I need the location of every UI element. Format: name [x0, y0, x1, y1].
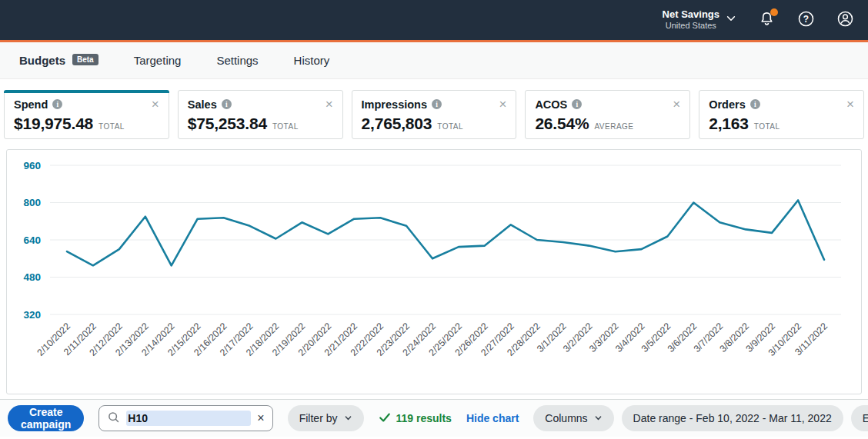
chevron-down-icon	[726, 13, 736, 27]
tab-label: Budgets	[19, 54, 65, 67]
tab-label: Settings	[216, 54, 258, 67]
close-icon[interactable]: ×	[326, 98, 333, 111]
tab-budgets[interactable]: Budgets Beta	[19, 54, 98, 67]
help-button[interactable]: ?	[797, 10, 815, 30]
clear-search-icon[interactable]: ×	[257, 412, 264, 424]
metric-card-sales[interactable]: Sales i × $75,253.84 TOTAL	[178, 90, 343, 139]
metric-qualifier: AVERAGE	[594, 122, 633, 131]
account-info: Net Savings United States	[663, 8, 719, 32]
toolbar-right-group: Columns Date range - Feb 10, 2022 - Mar …	[533, 405, 868, 431]
close-icon[interactable]: ×	[673, 98, 680, 111]
columns-button[interactable]: Columns	[533, 405, 613, 431]
tab-history[interactable]: History	[294, 54, 330, 67]
hide-chart-link[interactable]: Hide chart	[466, 412, 519, 424]
filter-by-button[interactable]: Filter by	[288, 405, 364, 431]
account-switcher[interactable]: Net Savings United States	[663, 8, 736, 32]
metric-qualifier: TOTAL	[437, 122, 463, 131]
export-button[interactable]: Export	[851, 405, 868, 431]
search-input[interactable]: H10 ×	[98, 405, 272, 431]
account-region: United States	[663, 21, 719, 32]
chevron-down-icon	[344, 412, 352, 424]
search-icon	[107, 411, 120, 427]
metric-value: 26.54%	[535, 115, 589, 133]
info-icon[interactable]: i	[222, 99, 232, 109]
search-value: H10	[126, 411, 251, 426]
results-count: 119 results	[379, 411, 452, 426]
metric-qualifier: TOTAL	[754, 122, 780, 131]
svg-text:960: 960	[23, 160, 41, 171]
results-text: 119 results	[396, 412, 452, 424]
chevron-down-icon	[594, 412, 603, 424]
tab-label: History	[294, 54, 330, 67]
filter-by-label: Filter by	[299, 412, 338, 424]
top-navbar: Net Savings United States ?	[0, 0, 868, 40]
close-icon[interactable]: ×	[152, 98, 159, 111]
svg-text:800: 800	[23, 197, 41, 208]
close-icon[interactable]: ×	[499, 98, 506, 111]
metric-label: ACOS	[535, 98, 567, 111]
notifications-button[interactable]	[758, 10, 776, 30]
account-menu-button[interactable]	[836, 10, 854, 30]
spend-trend-chart: 3204806408009602/10/20222/11/20222/12/20…	[7, 150, 861, 392]
metric-value: 2,163	[709, 115, 749, 133]
svg-text:?: ?	[803, 14, 809, 25]
svg-text:480: 480	[23, 271, 41, 283]
svg-text:320: 320	[23, 309, 41, 321]
metric-qualifier: TOTAL	[98, 122, 125, 131]
metric-label: Impressions	[362, 98, 427, 111]
metric-value: $19,975.48	[14, 115, 93, 133]
account-name: Net Savings	[663, 8, 719, 21]
metric-card-spend[interactable]: Spend i × $19,975.48 TOTAL	[4, 90, 169, 139]
chart-panel: 3204806408009602/10/20222/11/20222/12/20…	[6, 149, 862, 394]
info-icon[interactable]: i	[572, 99, 582, 109]
check-icon	[379, 411, 391, 426]
metric-card-acos[interactable]: ACOS i × 26.54% AVERAGE	[525, 90, 690, 139]
metric-qualifier: TOTAL	[272, 122, 299, 131]
section-tabs: Budgets Beta Targeting Settings History	[0, 42, 868, 79]
tab-label: Targeting	[134, 54, 182, 67]
info-icon[interactable]: i	[52, 99, 62, 109]
create-campaign-button[interactable]: Create campaign	[8, 405, 84, 431]
metric-label: Orders	[709, 98, 746, 111]
metric-value: 2,765,803	[362, 115, 432, 133]
metric-card-orders[interactable]: Orders i × 2,163 TOTAL	[699, 90, 864, 139]
close-icon[interactable]: ×	[846, 98, 854, 111]
metric-label: Spend	[14, 98, 48, 111]
tab-targeting[interactable]: Targeting	[134, 54, 182, 67]
svg-text:640: 640	[23, 234, 41, 246]
date-range-button[interactable]: Date range - Feb 10, 2022 - Mar 11, 2022	[622, 405, 843, 431]
user-avatar-icon	[836, 10, 854, 30]
metric-cards-row: Spend i × $19,975.48 TOTAL Sales i × $75…	[0, 79, 868, 139]
notification-dot	[770, 8, 778, 16]
tab-settings[interactable]: Settings	[216, 54, 258, 67]
metric-card-impressions[interactable]: Impressions i × 2,765,803 TOTAL	[352, 90, 517, 139]
beta-badge: Beta	[72, 54, 98, 65]
columns-label: Columns	[545, 412, 587, 424]
info-icon[interactable]: i	[750, 99, 760, 109]
table-toolbar: Create campaign H10 × Filter by 119 resu…	[0, 399, 868, 437]
help-icon: ?	[797, 10, 815, 30]
metric-label: Sales	[188, 98, 217, 111]
info-icon[interactable]: i	[432, 99, 442, 109]
metric-value: $75,253.84	[188, 115, 267, 133]
